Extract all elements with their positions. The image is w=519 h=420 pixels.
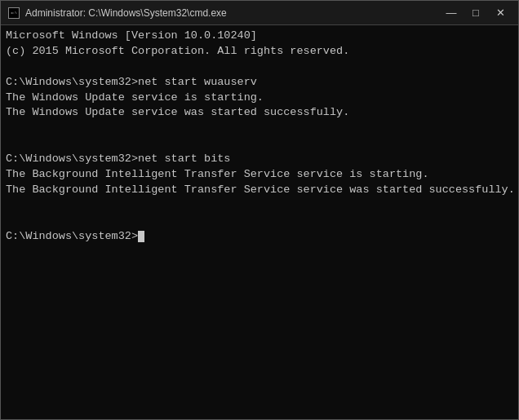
- title-bar-left: Administrator: C:\Windows\System32\cmd.e…: [7, 7, 227, 20]
- title-bar: Administrator: C:\Windows\System32\cmd.e…: [1, 1, 518, 25]
- cmd-window: Administrator: C:\Windows\System32\cmd.e…: [0, 0, 519, 420]
- terminal-output: Microsoft Windows [Version 10.0.10240] (…: [6, 29, 513, 244]
- window-controls: — □ ✕: [440, 5, 512, 21]
- minimize-button[interactable]: —: [440, 5, 463, 21]
- maximize-button[interactable]: □: [464, 5, 487, 21]
- cmd-app-icon: [7, 7, 20, 20]
- close-button[interactable]: ✕: [489, 5, 512, 21]
- terminal-body[interactable]: Microsoft Windows [Version 10.0.10240] (…: [1, 25, 518, 419]
- window-title: Administrator: C:\Windows\System32\cmd.e…: [25, 7, 227, 19]
- cursor: [138, 231, 144, 242]
